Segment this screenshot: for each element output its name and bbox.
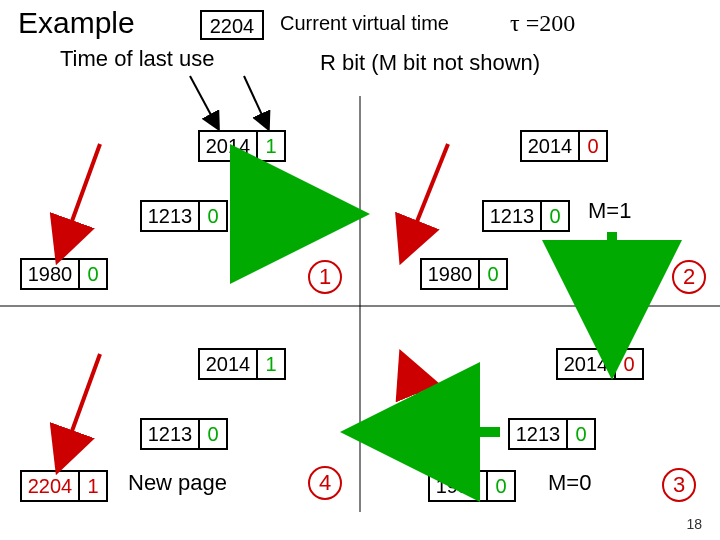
- slide-number: 18: [686, 516, 702, 532]
- q4-c-time: 2204: [22, 472, 78, 500]
- q1-page-a: 2014 1: [198, 130, 286, 162]
- q4-a-time: 2014: [200, 350, 256, 378]
- svg-line-2: [190, 76, 218, 128]
- svg-line-6: [404, 144, 448, 254]
- step-circle-3: 3: [662, 468, 696, 502]
- q1-c-time: 1980: [22, 260, 78, 288]
- q1-b-rbit: 0: [198, 202, 226, 230]
- q1-b-time: 1213: [142, 202, 198, 230]
- current-time-label: Current virtual time: [280, 12, 449, 35]
- q3-b-time: 1213: [510, 420, 566, 448]
- svg-line-3: [244, 76, 268, 128]
- q2-c-time: 1980: [422, 260, 478, 288]
- q3-a-time: 2014: [558, 350, 614, 378]
- q4-page-a: 2014 1: [198, 348, 286, 380]
- q1-a-time: 2014: [200, 132, 256, 160]
- q2-page-b: 1213 0: [482, 200, 570, 232]
- q1-page-c: 1980 0: [20, 258, 108, 290]
- q1-a-rbit: 1: [256, 132, 284, 160]
- slide: Example 2204 Current virtual time τ =200…: [0, 0, 720, 540]
- m0-label: M=0: [548, 470, 591, 496]
- svg-line-8: [404, 360, 448, 466]
- q3-page-b: 1213 0: [508, 418, 596, 450]
- time-of-last-use-label: Time of last use: [60, 46, 214, 72]
- q4-c-rbit: 1: [78, 472, 106, 500]
- q1-page-b: 1213 0: [140, 200, 228, 232]
- q3-a-rbit: 0: [614, 350, 642, 378]
- q2-b-rbit: 0: [540, 202, 568, 230]
- m1-label: M=1: [588, 198, 631, 224]
- step-circle-2: 2: [672, 260, 706, 294]
- q2-page-c: 1980 0: [420, 258, 508, 290]
- q3-b-rbit: 0: [566, 420, 594, 448]
- new-page-label: New page: [128, 470, 227, 496]
- step-circle-1: 1: [308, 260, 342, 294]
- q4-b-rbit: 0: [198, 420, 226, 448]
- q4-a-rbit: 1: [256, 350, 284, 378]
- overlay-svg: [0, 0, 720, 540]
- rbit-label: R bit (M bit not shown): [320, 50, 540, 76]
- q4-b-time: 1213: [142, 420, 198, 448]
- svg-line-10: [60, 354, 100, 464]
- slide-title: Example: [18, 6, 135, 40]
- current-time-box: 2204: [200, 10, 264, 40]
- step-circle-4: 4: [308, 466, 342, 500]
- svg-line-4: [60, 144, 100, 254]
- q4-page-b: 1213 0: [140, 418, 228, 450]
- q3-c-time: 1980: [430, 472, 486, 500]
- q2-b-time: 1213: [484, 202, 540, 230]
- q3-page-c: 1980 0: [428, 470, 516, 502]
- current-time-value: 2204: [202, 12, 262, 40]
- q2-a-rbit: 0: [578, 132, 606, 160]
- q3-c-rbit: 0: [486, 472, 514, 500]
- q1-c-rbit: 0: [78, 260, 106, 288]
- q2-a-time: 2014: [522, 132, 578, 160]
- q2-page-a: 2014 0: [520, 130, 608, 162]
- q2-c-rbit: 0: [478, 260, 506, 288]
- tau-label: τ =200: [510, 10, 575, 37]
- q4-page-c: 2204 1: [20, 470, 108, 502]
- q3-page-a: 2014 0: [556, 348, 644, 380]
